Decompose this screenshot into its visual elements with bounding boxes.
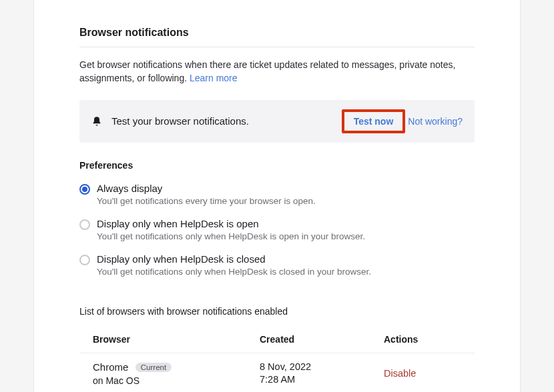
created-date: 8 Nov, 2022 — [260, 361, 384, 372]
browsers-table: Browser Created Actions Chrome Current o… — [79, 326, 475, 392]
radio-always[interactable] — [79, 184, 90, 195]
table-header: Browser Created Actions — [79, 326, 475, 353]
section-description: Get browser notifications when there are… — [79, 58, 475, 85]
description-text: Get browser notifications when there are… — [79, 59, 455, 83]
table-row: Chrome Current on Mac OS 8 Nov, 2022 7:2… — [79, 353, 475, 392]
learn-more-link[interactable]: Learn more — [190, 73, 238, 83]
preferences-title: Preferences — [79, 160, 475, 171]
col-created: Created — [260, 334, 384, 345]
section-title: Browser notifications — [79, 27, 475, 47]
created-time: 7:28 AM — [260, 374, 384, 385]
pref-option-always[interactable]: Always display You'll get notifications … — [79, 183, 475, 206]
col-actions: Actions — [384, 334, 461, 345]
disable-link[interactable]: Disable — [384, 368, 416, 379]
radio-closed[interactable] — [79, 255, 90, 265]
current-badge: Current — [135, 363, 172, 372]
pref-label: Display only when HelpDesk is open — [97, 218, 365, 229]
pref-option-open[interactable]: Display only when HelpDesk is open You'l… — [79, 218, 475, 241]
pref-option-closed[interactable]: Display only when HelpDesk is closed You… — [79, 253, 475, 277]
pref-label: Always display — [97, 183, 316, 194]
test-notifications-bar: Test your browser notifications. Test no… — [79, 100, 475, 143]
browser-os: on Mac OS — [93, 375, 260, 386]
bell-icon — [91, 116, 102, 127]
pref-label: Display only when HelpDesk is closed — [97, 253, 371, 265]
pref-desc: You'll get notifications only when HelpD… — [97, 231, 365, 241]
pref-desc: You'll get notifications only when HelpD… — [97, 267, 371, 277]
radio-open[interactable] — [79, 219, 90, 230]
browser-name: Chrome — [93, 361, 128, 373]
browsers-list-title: List of browsers with browser notificati… — [79, 306, 475, 317]
test-notifications-text: Test your browser notifications. — [111, 115, 342, 127]
not-working-link[interactable]: Not working? — [408, 116, 463, 127]
test-now-button[interactable]: Test now — [342, 109, 406, 133]
col-browser: Browser — [93, 334, 260, 345]
pref-desc: You'll get notifications every time your… — [97, 196, 316, 206]
